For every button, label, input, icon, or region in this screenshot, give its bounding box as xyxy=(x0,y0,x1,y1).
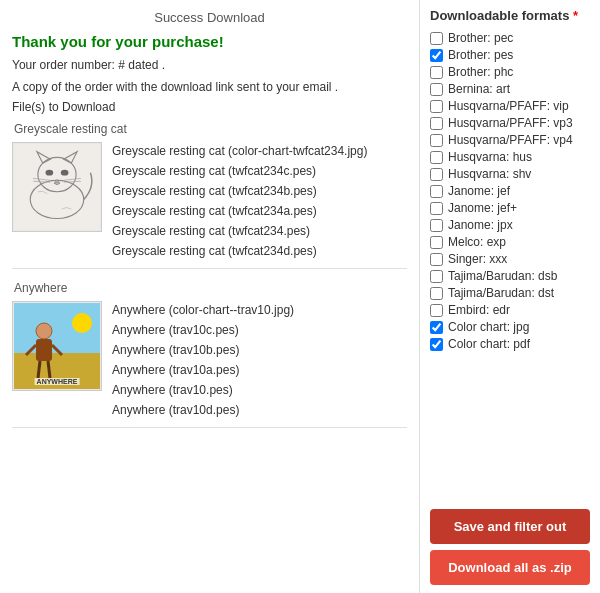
cat-image-icon xyxy=(14,144,100,230)
format-item-17: Color chart: jpg xyxy=(430,320,590,334)
file-item-0-0: Greyscale resting cat (color-chart-twfca… xyxy=(112,142,367,160)
format-checkbox-18[interactable] xyxy=(430,338,443,351)
svg-line-20 xyxy=(48,361,50,378)
order-line1: Your order number: # dated . xyxy=(12,56,407,74)
anywhere-text-label: ANYWHERE xyxy=(35,378,80,385)
format-label-15: Tajima/Barudan: dst xyxy=(448,286,554,300)
download-zip-button[interactable]: Download all as .zip xyxy=(430,550,590,585)
product-name-1: Anywhere xyxy=(12,281,407,295)
format-label-5: Husqvarna/PFAFF: vp3 xyxy=(448,116,573,130)
format-checkbox-15[interactable] xyxy=(430,287,443,300)
format-label-3: Bernina: art xyxy=(448,82,510,96)
product-name-0: Greyscale resting cat xyxy=(12,122,407,136)
svg-point-15 xyxy=(36,323,52,339)
file-item-0-4: Greyscale resting cat (twfcat234.pes) xyxy=(112,222,367,240)
format-label-8: Husqvarna: shv xyxy=(448,167,531,181)
format-label-7: Husqvarna: hus xyxy=(448,150,532,164)
products-container: Greyscale resting cat xyxy=(12,122,407,428)
format-checkbox-6[interactable] xyxy=(430,134,443,147)
left-panel: Success Download Thank you for your purc… xyxy=(0,0,420,593)
thank-you-heading: Thank you for your purchase! xyxy=(12,33,407,50)
format-checkbox-16[interactable] xyxy=(430,304,443,317)
format-item-12: Melco: exp xyxy=(430,235,590,249)
format-item-4: Husqvarna/PFAFF: vip xyxy=(430,99,590,113)
format-list: Brother: pecBrother: pesBrother: phcBern… xyxy=(430,31,590,499)
format-checkbox-4[interactable] xyxy=(430,100,443,113)
file-list-1: Anywhere (color-chart--trav10.jpg)Anywhe… xyxy=(112,301,294,419)
file-list-0: Greyscale resting cat (color-chart-twfca… xyxy=(112,142,367,260)
format-item-8: Husqvarna: shv xyxy=(430,167,590,181)
format-item-1: Brother: pes xyxy=(430,48,590,62)
format-label-13: Singer: xxx xyxy=(448,252,507,266)
format-item-11: Janome: jpx xyxy=(430,218,590,232)
svg-point-5 xyxy=(46,170,54,176)
svg-point-14 xyxy=(72,313,92,333)
format-label-2: Brother: phc xyxy=(448,65,513,79)
required-marker: * xyxy=(569,8,578,23)
format-label-16: Embird: edr xyxy=(448,303,510,317)
format-item-16: Embird: edr xyxy=(430,303,590,317)
product-thumb-0 xyxy=(12,142,102,232)
anywhere-image: ANYWHERE xyxy=(14,303,100,389)
order-line2: A copy of the order with the download li… xyxy=(12,78,407,96)
format-checkbox-7[interactable] xyxy=(430,151,443,164)
svg-point-6 xyxy=(61,170,69,176)
format-checkbox-8[interactable] xyxy=(430,168,443,181)
product-section-1: Anywhere xyxy=(12,281,407,428)
format-item-6: Husqvarna/PFAFF: vp4 xyxy=(430,133,590,147)
product-row-1: ANYWHERE Anywhere (color-chart--trav10.j… xyxy=(12,301,407,428)
file-item-0-2: Greyscale resting cat (twfcat234b.pes) xyxy=(112,182,367,200)
format-label-1: Brother: pes xyxy=(448,48,513,62)
file-item-1-5: Anywhere (trav10d.pes) xyxy=(112,401,294,419)
file-item-1-2: Anywhere (trav10b.pes) xyxy=(112,341,294,359)
format-label-10: Janome: jef+ xyxy=(448,201,517,215)
file-item-0-1: Greyscale resting cat (twfcat234c.pes) xyxy=(112,162,367,180)
format-label-4: Husqvarna/PFAFF: vip xyxy=(448,99,569,113)
format-checkbox-3[interactable] xyxy=(430,83,443,96)
svg-line-19 xyxy=(38,361,40,378)
format-item-14: Tajima/Barudan: dsb xyxy=(430,269,590,283)
format-checkbox-14[interactable] xyxy=(430,270,443,283)
format-label-14: Tajima/Barudan: dsb xyxy=(448,269,557,283)
format-item-2: Brother: phc xyxy=(430,65,590,79)
format-item-13: Singer: xxx xyxy=(430,252,590,266)
format-item-9: Janome: jef xyxy=(430,184,590,198)
format-checkbox-11[interactable] xyxy=(430,219,443,232)
right-panel: Downloadable formats * Brother: pecBroth… xyxy=(420,0,600,593)
page-title: Success Download xyxy=(12,10,407,25)
format-item-0: Brother: pec xyxy=(430,31,590,45)
formats-title: Downloadable formats * xyxy=(430,8,590,23)
format-item-18: Color chart: pdf xyxy=(430,337,590,351)
format-checkbox-2[interactable] xyxy=(430,66,443,79)
format-checkbox-5[interactable] xyxy=(430,117,443,130)
file-item-1-1: Anywhere (trav10c.pes) xyxy=(112,321,294,339)
files-label: File(s) to Download xyxy=(12,100,407,114)
format-item-7: Husqvarna: hus xyxy=(430,150,590,164)
format-label-17: Color chart: jpg xyxy=(448,320,529,334)
format-label-0: Brother: pec xyxy=(448,31,513,45)
format-label-9: Janome: jef xyxy=(448,184,510,198)
format-checkbox-13[interactable] xyxy=(430,253,443,266)
format-item-15: Tajima/Barudan: dst xyxy=(430,286,590,300)
format-label-12: Melco: exp xyxy=(448,235,506,249)
format-item-10: Janome: jef+ xyxy=(430,201,590,215)
format-checkbox-17[interactable] xyxy=(430,321,443,334)
file-item-1-4: Anywhere (trav10.pes) xyxy=(112,381,294,399)
product-row-0: Greyscale resting cat (color-chart-twfca… xyxy=(12,142,407,269)
format-checkbox-10[interactable] xyxy=(430,202,443,215)
format-checkbox-0[interactable] xyxy=(430,32,443,45)
product-thumb-1: ANYWHERE xyxy=(12,301,102,391)
format-item-5: Husqvarna/PFAFF: vp3 xyxy=(430,116,590,130)
file-item-0-3: Greyscale resting cat (twfcat234a.pes) xyxy=(112,202,367,220)
product-section-0: Greyscale resting cat xyxy=(12,122,407,269)
file-item-0-5: Greyscale resting cat (twfcat234d.pes) xyxy=(112,242,367,260)
format-item-3: Bernina: art xyxy=(430,82,590,96)
format-label-11: Janome: jpx xyxy=(448,218,513,232)
file-item-1-3: Anywhere (trav10a.pes) xyxy=(112,361,294,379)
format-checkbox-1[interactable] xyxy=(430,49,443,62)
svg-rect-16 xyxy=(36,339,52,361)
file-item-1-0: Anywhere (color-chart--trav10.jpg) xyxy=(112,301,294,319)
save-filter-button[interactable]: Save and filter out xyxy=(430,509,590,544)
format-checkbox-9[interactable] xyxy=(430,185,443,198)
format-checkbox-12[interactable] xyxy=(430,236,443,249)
